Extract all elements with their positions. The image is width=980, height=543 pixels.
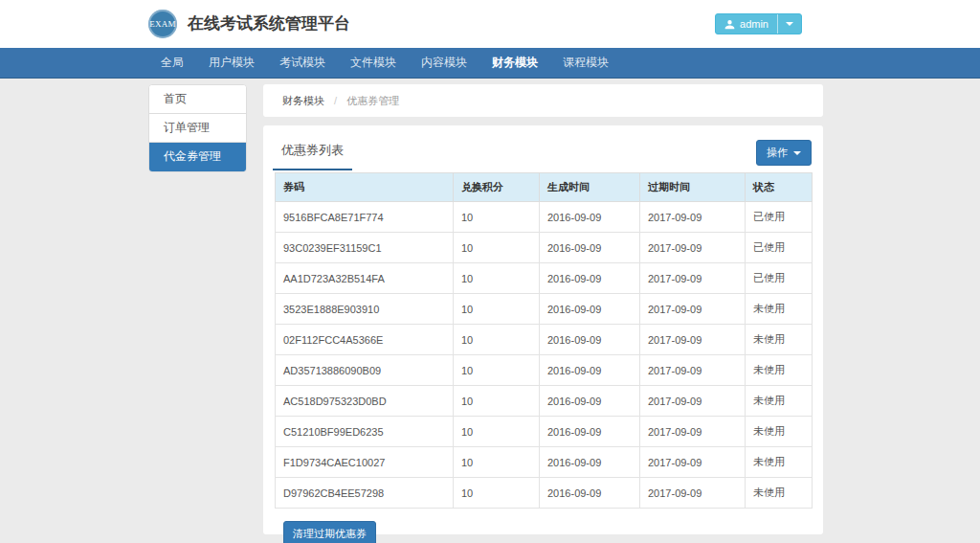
table-row: F1D9734CAEC10027 10 2016-09-09 2017-09-0… [276,447,813,478]
exam-admin-page: { "header": { "logo_text": "EXAM", "titl… [0,0,980,543]
coupon-points: 10 [454,417,540,447]
chevron-down-icon [786,22,793,26]
navbar-item[interactable]: 财务模块 [479,48,550,78]
coupon-expire-date: 2017-09-09 [640,447,746,478]
user-name-label: admin [740,18,768,30]
coupon-code: 02F112FCC4A5366E [276,325,454,355]
table-row: 93C0239EF31159C1 10 2016-09-09 2017-09-0… [276,233,813,263]
coupon-created-date: 2016-09-09 [540,355,640,386]
coupon-code: C51210BF99ED6235 [276,417,454,447]
coupon-status: 已使用 [746,202,813,233]
coupon-code: F1D9734CAEC10027 [276,447,454,478]
tab-coupon-list[interactable]: 优惠券列表 [273,139,352,170]
coupon-code: AD35713886090B09 [276,355,454,386]
sidebar-item[interactable]: 订单管理 [149,114,246,143]
coupon-table: 券码兑换积分生成时间过期时间状态 9516BFCA8E71F774 10 201… [275,172,813,509]
column-header: 生成时间 [540,173,640,202]
table-row: 3523E1888E903910 10 2016-09-09 2017-09-0… [276,294,813,325]
sidebar-item[interactable]: 代金券管理 [149,143,246,171]
navbar-item[interactable]: 用户模块 [196,48,267,78]
coupon-created-date: 2016-09-09 [540,478,640,509]
column-header: 过期时间 [640,173,746,202]
breadcrumb-separator: / [334,95,337,106]
coupon-status: 已使用 [746,263,813,294]
breadcrumb-card: 财务模块 / 优惠券管理 [263,84,823,117]
navbar-item[interactable]: 文件模块 [338,48,409,78]
coupon-expire-date: 2017-09-09 [640,263,746,294]
coupon-expire-date: 2017-09-09 [640,233,746,263]
coupon-created-date: 2016-09-09 [540,263,640,294]
chevron-down-icon [793,151,801,155]
coupon-points: 10 [454,263,540,294]
coupon-status: 未使用 [746,355,813,386]
navbar-item[interactable]: 内容模块 [409,48,479,78]
coupon-created-date: 2016-09-09 [540,417,640,447]
table-row: 02F112FCC4A5366E 10 2016-09-09 2017-09-0… [276,325,813,355]
coupon-points: 10 [454,325,540,355]
coupon-points: 10 [454,202,540,233]
coupon-table-head: 券码兑换积分生成时间过期时间状态 [276,173,813,202]
navbar-item[interactable]: 考试模块 [267,48,338,78]
table-row: AD35713886090B09 10 2016-09-09 2017-09-0… [276,355,813,386]
table-row: AA1D723A32B514FA 10 2016-09-09 2017-09-0… [276,263,813,294]
coupon-expire-date: 2017-09-09 [640,294,746,325]
coupon-status: 未使用 [746,478,813,509]
panel-header: 优惠券列表 操作 [263,125,823,172]
column-header: 状态 [746,173,813,202]
coupon-created-date: 2016-09-09 [540,294,640,325]
table-row: D97962CB4EE57298 10 2016-09-09 2017-09-0… [276,478,813,509]
coupon-created-date: 2016-09-09 [540,386,640,417]
coupon-expire-date: 2017-09-09 [640,325,746,355]
site-title: 在线考试系统管理平台 [188,10,350,38]
coupon-points: 10 [454,386,540,417]
top-header-bar: EXAM 在线考试系统管理平台 admin [0,0,980,48]
coupon-status: 未使用 [746,417,813,447]
actions-dropdown-button[interactable]: 操作 [756,140,812,166]
breadcrumb-current: 优惠券管理 [346,95,399,106]
coupon-code: 93C0239EF31159C1 [276,233,454,263]
coupon-status: 未使用 [746,447,813,478]
coupon-points: 10 [454,355,540,386]
coupon-expire-date: 2017-09-09 [640,202,746,233]
table-row: 9516BFCA8E71F774 10 2016-09-09 2017-09-0… [276,202,813,233]
navbar-item[interactable]: 全局 [148,48,196,78]
coupon-points: 10 [454,478,540,509]
actions-button-label: 操作 [767,146,788,160]
user-dropdown-button[interactable]: admin [715,13,802,34]
table-row: AC518D975323D0BD 10 2016-09-09 2017-09-0… [276,386,813,417]
coupon-code: 9516BFCA8E71F774 [276,202,454,233]
coupon-code: AC518D975323D0BD [276,386,454,417]
coupon-created-date: 2016-09-09 [540,202,640,233]
sidebar-item[interactable]: 首页 [149,85,246,114]
module-navbar: 全局用户模块考试模块文件模块内容模块财务模块课程模块 [0,48,980,79]
coupon-expire-date: 2017-09-09 [640,355,746,386]
breadcrumb: 财务模块 / 优惠券管理 [263,84,823,117]
coupon-points: 10 [454,447,540,478]
coupon-code: D97962CB4EE57298 [276,478,454,509]
breadcrumb-parent[interactable]: 财务模块 [282,95,324,106]
coupon-status: 未使用 [746,386,813,417]
navbar-items: 全局用户模块考试模块文件模块内容模块财务模块课程模块 [148,48,980,78]
coupon-points: 10 [454,233,540,263]
user-icon [724,19,735,30]
coupon-expire-date: 2017-09-09 [640,478,746,509]
coupon-expire-date: 2017-09-09 [640,417,746,447]
coupon-points: 10 [454,294,540,325]
table-row: C51210BF99ED6235 10 2016-09-09 2017-09-0… [276,417,813,447]
coupon-code: 3523E1888E903910 [276,294,454,325]
coupon-panel: 优惠券列表 操作 券码兑换积分生成时间过期时间状态 9516BFCA8E71F7… [263,125,823,534]
coupon-created-date: 2016-09-09 [540,447,640,478]
exam-logo-icon: EXAM [148,10,177,38]
coupon-table-body: 9516BFCA8E71F774 10 2016-09-09 2017-09-0… [276,202,813,509]
coupon-code: AA1D723A32B514FA [276,263,454,294]
coupon-status: 已使用 [746,233,813,263]
column-header: 兑换积分 [454,173,540,202]
navbar-item[interactable]: 课程模块 [550,48,621,78]
cleanup-expired-coupons-button[interactable]: 清理过期优惠券 [283,521,376,543]
sidebar-menu: 首页订单管理代金券管理 [148,84,247,172]
coupon-created-date: 2016-09-09 [540,233,640,263]
coupon-expire-date: 2017-09-09 [640,386,746,417]
brand: EXAM 在线考试系统管理平台 [148,10,350,38]
coupon-created-date: 2016-09-09 [540,325,640,355]
coupon-status: 未使用 [746,294,813,325]
